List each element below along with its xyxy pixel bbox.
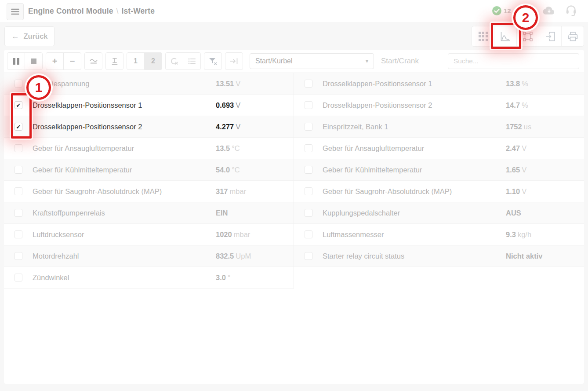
- row-checkbox[interactable]: [15, 80, 22, 88]
- row-unit: °C: [232, 144, 240, 152]
- skip-to-end-button[interactable]: [225, 52, 243, 70]
- row-unit: UpM: [236, 252, 251, 260]
- remove-button[interactable]: −: [63, 52, 81, 70]
- search-input[interactable]: [448, 53, 579, 69]
- breadcrumb: Engine Control Module \ Ist-Werte: [28, 0, 155, 22]
- breadcrumb-separator: \: [116, 7, 119, 16]
- hamburger-icon: [11, 8, 19, 15]
- row-value-cell: Nicht aktiv: [506, 252, 542, 260]
- row-checkbox[interactable]: [305, 144, 312, 152]
- stop-button[interactable]: [25, 52, 43, 70]
- row-checkbox[interactable]: [15, 187, 22, 195]
- row-value-cell: 317mbar: [216, 187, 246, 196]
- table-row[interactable]: ✔Drosselklappen-Positionssensor 24.277V: [4, 116, 294, 138]
- table-row[interactable]: KraftstoffpumpenrelaisEIN: [4, 202, 294, 224]
- row-label: Zündwinkel: [33, 274, 69, 282]
- row-checkbox[interactable]: [15, 144, 22, 152]
- table-row[interactable]: Geber für Ansauglufttemperatur13.5°C: [4, 138, 294, 159]
- row-checkbox[interactable]: [305, 187, 312, 195]
- row-label: Drosselklappen-Positionssensor 1: [323, 80, 432, 88]
- table-row[interactable]: Geber für Saugrohr-Absolutdruck (MAP)1.1…: [294, 181, 584, 202]
- arrow-to-bar-icon: [230, 58, 238, 65]
- row-value-cell: 9.3kg/h: [506, 230, 531, 239]
- row-checkbox[interactable]: [305, 101, 312, 109]
- row-value: 13.5: [216, 144, 230, 152]
- table-row[interactable]: Geber für Saugrohr-Absolutdruck (MAP)317…: [4, 181, 294, 202]
- row-checkbox[interactable]: [305, 123, 312, 131]
- table-row[interactable]: Geber für Kühlmitteltemperatur1.65V: [294, 159, 584, 181]
- header-bar: Engine Control Module \ Ist-Werte 12: [0, 0, 588, 22]
- filter-group: [204, 52, 222, 70]
- min-max-button[interactable]: [105, 52, 123, 70]
- table-row[interactable]: Zündwinkel3.0°: [4, 267, 294, 289]
- table-row[interactable]: Luftmassenmesser9.3kg/h: [294, 224, 584, 245]
- table-row[interactable]: KupplungspedalschalterAUS: [294, 202, 584, 224]
- preset-caption: Start/Crank: [381, 57, 419, 66]
- row-value: 4.277: [216, 123, 234, 131]
- annotation-circle-2: 2: [513, 5, 538, 30]
- row-checkbox[interactable]: [305, 230, 312, 238]
- row-value-cell: AUS: [506, 209, 521, 217]
- row-value-cell: 4.277V: [216, 123, 240, 131]
- annotation-rect-1: [11, 93, 32, 139]
- row-value-cell: 1020mbar: [216, 230, 250, 239]
- list-button[interactable]: [183, 52, 201, 70]
- headset-icon[interactable]: [566, 4, 577, 16]
- back-button[interactable]: ← Zurück: [4, 26, 54, 46]
- row-label: Geber für Kühlmitteltemperatur: [323, 166, 422, 174]
- table-row[interactable]: Drosselklappen-Positionssensor 214.7%: [294, 95, 584, 116]
- row-value-cell: 2.47V: [506, 144, 526, 153]
- table-row[interactable]: ✔Drosselklappen-Positionssensor 10.693V: [4, 95, 294, 116]
- row-checkbox[interactable]: [305, 252, 312, 260]
- grid-icon: [479, 32, 488, 41]
- control-toolbar: + − 1 2: [4, 50, 584, 73]
- row-label: Einspritzzeit, Bank 1: [323, 123, 388, 131]
- row-checkbox[interactable]: [15, 209, 22, 217]
- row-value-cell: 0.693V: [216, 101, 240, 110]
- table-row[interactable]: Geber für Kühlmitteltemperatur54.0°C: [4, 159, 294, 181]
- row-label: Luftmassenmesser: [323, 230, 384, 239]
- table-column-left: Batteriespannung13.51V✔Drosselklappen-Po…: [4, 73, 294, 289]
- row-label: Drosselklappen-Positionssensor 2: [33, 123, 142, 131]
- row-checkbox[interactable]: [15, 274, 22, 281]
- range-group: [105, 52, 123, 70]
- row-label: Luftdrucksensor: [33, 230, 84, 239]
- row-unit: %: [522, 80, 528, 88]
- cloud-download-icon[interactable]: [543, 6, 555, 16]
- row-checkbox[interactable]: [15, 252, 22, 260]
- table-row[interactable]: Luftdrucksensor1020mbar: [4, 224, 294, 245]
- row-unit: kg/h: [518, 230, 531, 238]
- row-checkbox[interactable]: [305, 166, 312, 174]
- print-icon: [568, 32, 578, 41]
- table-row[interactable]: Einspritzzeit, Bank 11752us: [294, 116, 584, 138]
- clear-values-button[interactable]: [165, 52, 183, 70]
- row-label: Geber für Saugrohr-Absolutdruck (MAP): [323, 187, 452, 196]
- row-checkbox[interactable]: [15, 230, 22, 238]
- hamburger-menu-button[interactable]: [7, 3, 24, 20]
- row-value-cell: 832.5UpM: [216, 252, 251, 260]
- add-button[interactable]: +: [46, 52, 64, 70]
- preset-dropdown[interactable]: Start/Kurbel ▾: [250, 53, 374, 69]
- row-value: 1.10: [506, 187, 520, 195]
- smoothing-button[interactable]: [84, 52, 102, 70]
- table-row[interactable]: Drosselklappen-Positionssensor 113.8%: [294, 73, 584, 95]
- print-button[interactable]: [561, 26, 584, 46]
- wave-icon: [90, 58, 98, 64]
- row-value: Nicht aktiv: [506, 252, 542, 260]
- page-2-button[interactable]: 2: [144, 52, 162, 70]
- row-checkbox[interactable]: [305, 209, 312, 217]
- table-row[interactable]: Motordrehzahl832.5UpM: [4, 245, 294, 267]
- row-checkbox[interactable]: [15, 166, 22, 174]
- page-1-button[interactable]: 1: [127, 52, 145, 70]
- row-checkbox[interactable]: [305, 80, 312, 88]
- table-row[interactable]: Starter relay circuit statusNicht aktiv: [294, 245, 584, 267]
- clear-filter-button[interactable]: [204, 52, 222, 70]
- row-label: Drosselklappen-Positionssensor 2: [323, 101, 432, 110]
- export-button[interactable]: [539, 26, 561, 46]
- table-row[interactable]: Geber für Ansauglufttemperatur2.47V: [294, 138, 584, 159]
- back-arrow-icon: ←: [11, 32, 19, 41]
- pause-button[interactable]: [7, 52, 25, 70]
- row-label: Drosselklappen-Positionssensor 1: [33, 101, 142, 110]
- app-window: Engine Control Module \ Ist-Werte 12 ← Z…: [0, 0, 588, 391]
- row-value-cell: 1752us: [506, 123, 531, 131]
